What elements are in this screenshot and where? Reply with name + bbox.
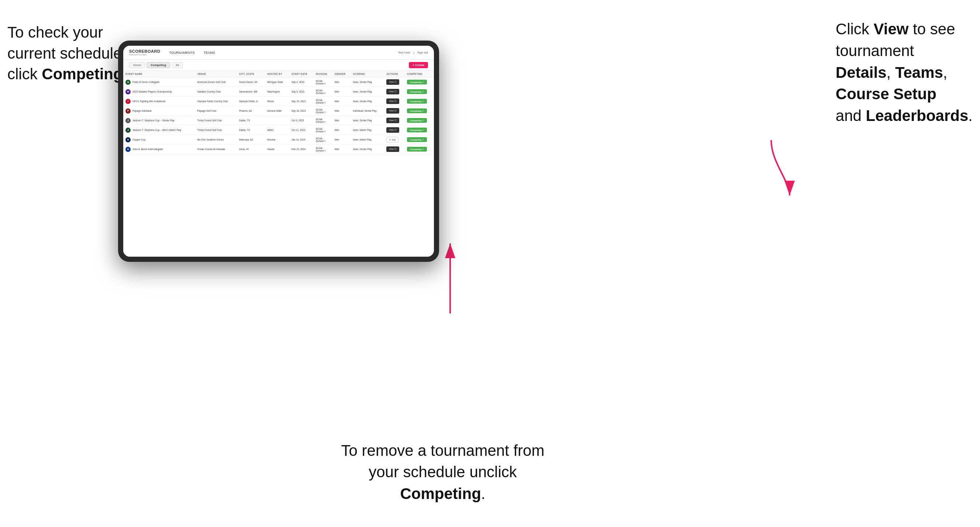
event-name-cell: J Jackson T. Stephens Cup – Stroke Play	[123, 116, 195, 125]
actions-cell: View ⓘ	[384, 106, 405, 116]
team-logo: I	[126, 99, 130, 104]
division: NCAADivision I	[313, 144, 332, 154]
col-division: DIVISION	[313, 71, 332, 78]
table-row: I OFCC Fighting Illini Invitational Olym…	[123, 97, 434, 106]
event-name: OFCC Fighting Illini Invitational	[132, 100, 165, 103]
competing-button[interactable]: Competing ✓	[407, 99, 427, 104]
sign-out-link[interactable]: Sign out	[417, 51, 428, 54]
tournaments-table-wrapper: EVENT NAME VENUE CITY, STATE HOSTED BY S…	[123, 71, 434, 257]
col-scoring: SCORING	[351, 71, 385, 78]
event-name: 2023 Sahalee Players Championship	[132, 90, 172, 93]
view-button[interactable]: View ⓘ	[386, 117, 399, 123]
start-date: Oct 11, 2023	[289, 125, 313, 135]
scoring: team, Stroke Play	[351, 116, 385, 125]
actions-cell: View ⓘ	[384, 87, 405, 97]
start-date: Sep 15, 2023	[289, 97, 313, 106]
view-button[interactable]: View ⓘ	[386, 89, 399, 94]
venue: Ak-Chin Southern Dunes	[195, 135, 237, 144]
division: NCAADivision I	[313, 106, 332, 116]
nav-tournaments[interactable]: TOURNAMENTS	[169, 49, 194, 56]
competing-button[interactable]: Competing ✓	[407, 147, 427, 152]
competing-button[interactable]: Competing ✓	[407, 108, 427, 113]
filter-all-button[interactable]: All	[172, 62, 183, 68]
col-actions: ACTIONS	[384, 71, 405, 78]
scoreboard-logo: SCOREBOARD Powered by clippi	[129, 49, 160, 56]
actions-cell: ✏ Edit	[384, 135, 405, 144]
actions-cell: View ⓘ	[384, 116, 405, 125]
tablet-screen: SCOREBOARD Powered by clippi TOURNAMENTS…	[123, 46, 434, 257]
event-name: Jackson T. Stephens Cup – Men's Match Pl…	[132, 129, 181, 131]
city-state: Lihue, HI	[237, 144, 265, 154]
competing-button[interactable]: Competing ✓	[407, 80, 427, 84]
city-state: Dallas, TX	[237, 125, 265, 135]
scoring: team, Stroke Play	[351, 87, 385, 97]
gender: Men	[332, 78, 351, 87]
gender: Men	[332, 125, 351, 135]
table-row: A Copper Cup Ak-Chin Southern DunesMaric…	[123, 135, 434, 144]
table-row: J Jackson T. Stephens Cup – Men's Match …	[123, 125, 434, 135]
annotation-top-left: To check your current schedule, click Co…	[7, 22, 127, 85]
view-button[interactable]: View ⓘ	[386, 108, 399, 114]
team-logo: W	[126, 89, 130, 94]
division: NCAADivision I	[313, 78, 332, 87]
event-name: Jackson T. Stephens Cup – Stroke Play	[132, 119, 175, 122]
view-button[interactable]: View ⓘ	[386, 79, 399, 85]
nav-divider: |	[414, 51, 414, 54]
event-name-cell: H John A. Burns Intercollegiate	[123, 144, 195, 154]
competing-button[interactable]: Competing ✓	[407, 89, 427, 94]
start-date: Oct 9, 2023	[289, 116, 313, 125]
create-button[interactable]: + Create	[409, 62, 428, 68]
event-name-cell: P Papago Individual	[123, 106, 195, 116]
col-competing: COMPETING	[405, 71, 434, 78]
hosted-by: Arizona State	[265, 106, 289, 116]
city-state: Maricopa, AZ	[237, 135, 265, 144]
actions-cell: View ⓘ	[384, 144, 405, 154]
start-date: Sep 4, 2023	[289, 78, 313, 87]
tablet: SCOREBOARD Powered by clippi TOURNAMENTS…	[118, 41, 439, 262]
filter-competing-button[interactable]: Competing	[146, 62, 170, 68]
logo-subtitle: Powered by clippi	[129, 54, 160, 56]
annotation-top-right: Click View to see tournament Details, Te…	[836, 18, 973, 127]
venue: Trinity Forest Golf Club	[195, 125, 237, 135]
event-name-cell: W 2023 Sahalee Players Championship	[123, 87, 195, 97]
event-name: John A. Burns Intercollegiate	[132, 148, 163, 151]
event-name-cell: I OFCC Fighting Illini Invitational	[123, 97, 195, 106]
division: NCAADivision I	[313, 125, 332, 135]
city-state: Dallas, TX	[237, 116, 265, 125]
view-button[interactable]: View ⓘ	[386, 98, 399, 104]
competing-cell: Competing ✓	[405, 97, 434, 106]
venue: Ocean Course At Hokuala	[195, 144, 237, 154]
hosted-by: Arizona	[265, 135, 289, 144]
actions-cell: View ⓘ	[384, 125, 405, 135]
city-state: Olympia Fields, IL	[237, 97, 265, 106]
competing-cell: Competing ✓	[405, 87, 434, 97]
hosted-by: Hawaii	[265, 144, 289, 154]
competing-button[interactable]: Competing ✓	[407, 137, 427, 142]
table-row: J Jackson T. Stephens Cup – Stroke Play …	[123, 116, 434, 125]
event-name-cell: A Copper Cup	[123, 135, 195, 144]
gender: Men	[332, 97, 351, 106]
col-gender: GENDER	[332, 71, 351, 78]
competing-cell: Competing ✓	[405, 106, 434, 116]
col-start-date: START DATE	[289, 71, 313, 78]
scoring: team, Match Play	[351, 125, 385, 135]
table-row: S Folds of Honor Collegiate American Dun…	[123, 78, 434, 87]
view-button[interactable]: View ⓘ	[386, 127, 399, 133]
filter-home-button[interactable]: Home	[129, 62, 145, 68]
view-button[interactable]: View ⓘ	[386, 146, 399, 152]
table-row: P Papago Individual Papago Golf ClubPhoe…	[123, 106, 434, 116]
col-venue: VENUE	[195, 71, 237, 78]
col-hosted-by: HOSTED BY	[265, 71, 289, 78]
tournaments-table: EVENT NAME VENUE CITY, STATE HOSTED BY S…	[123, 71, 434, 154]
current-user: Test User	[398, 51, 410, 54]
scoring: team, Stroke Play	[351, 144, 385, 154]
nav-teams[interactable]: TEAMS	[204, 49, 215, 56]
team-logo: A	[126, 137, 130, 142]
competing-button[interactable]: Competing ✓	[407, 118, 427, 123]
event-name: Folds of Honor Collegiate	[132, 81, 159, 83]
logo-text: SCOREBOARD	[129, 49, 160, 54]
edit-button[interactable]: ✏ Edit	[386, 137, 398, 142]
venue: Olympia Fields Country Club	[195, 97, 237, 106]
competing-button[interactable]: Competing ✓	[407, 128, 427, 132]
nav-bar: SCOREBOARD Powered by clippi TOURNAMENTS…	[123, 46, 434, 60]
